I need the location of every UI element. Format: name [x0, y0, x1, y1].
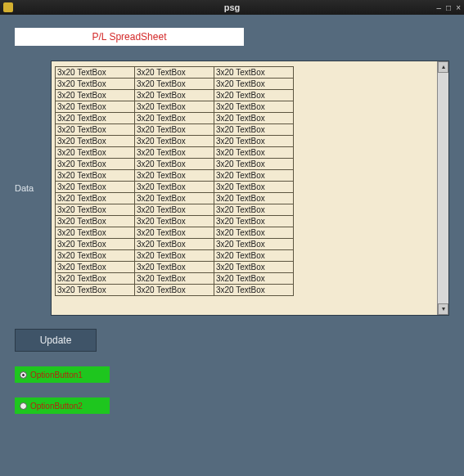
table-row — [56, 159, 294, 170]
grid-cell-input[interactable] — [214, 113, 293, 123]
grid-cell-input[interactable] — [214, 193, 293, 204]
grid-cell-input[interactable] — [135, 227, 214, 238]
grid-cell-input[interactable] — [56, 67, 134, 78]
grid-cell-input[interactable] — [56, 90, 134, 101]
radio-label: OptionButton1 — [30, 370, 83, 379]
grid-cell-input[interactable] — [135, 204, 214, 215]
grid-cell-input[interactable] — [214, 124, 293, 135]
grid-cell-input[interactable] — [135, 159, 214, 169]
grid-cell-input[interactable] — [214, 273, 293, 284]
table-row — [56, 239, 294, 250]
window-titlebar: psg – □ × — [0, 0, 464, 15]
data-section: Data ▴ ▾ — [15, 61, 449, 316]
grid-cell-input[interactable] — [135, 285, 214, 295]
grid-cell-input[interactable] — [135, 101, 214, 112]
grid-cell-input[interactable] — [56, 147, 134, 158]
table-row — [56, 79, 294, 90]
minimize-icon[interactable]: – — [437, 3, 442, 12]
grid-cell-input[interactable] — [135, 124, 214, 135]
grid-cell-input[interactable] — [56, 273, 134, 284]
table-row — [56, 193, 294, 204]
table-row — [56, 285, 294, 296]
table-row — [56, 170, 294, 182]
grid-cell-input[interactable] — [56, 285, 134, 295]
table-row — [56, 273, 294, 285]
grid-cell-input[interactable] — [214, 90, 293, 101]
grid-cell-input[interactable] — [56, 239, 134, 249]
table-row — [56, 250, 294, 262]
table-row — [56, 101, 294, 113]
grid-cell-input[interactable] — [214, 216, 293, 227]
grid-cell-input[interactable] — [56, 204, 134, 215]
grid-cell-input[interactable] — [56, 124, 134, 135]
grid-cell-input[interactable] — [56, 101, 134, 112]
window-content: P/L SpreadSheet Data ▴ ▾ Update OptionBu… — [0, 15, 464, 427]
grid-cell-input[interactable] — [56, 113, 134, 123]
grid-cell-input[interactable] — [135, 216, 214, 227]
grid-cell-input[interactable] — [135, 250, 214, 261]
maximize-icon[interactable]: □ — [446, 3, 451, 12]
grid-cell-input[interactable] — [135, 136, 214, 146]
table-row — [56, 204, 294, 216]
table-row — [56, 182, 294, 193]
scroll-down-icon[interactable]: ▾ — [438, 303, 448, 315]
grid-cell-input[interactable] — [135, 90, 214, 101]
grid-cell-input[interactable] — [56, 182, 134, 192]
sheet-title-text: P/L SpreadSheet — [92, 31, 167, 43]
grid-cell-input[interactable] — [214, 170, 293, 181]
window-title: psg — [0, 2, 464, 12]
sheet-title-field[interactable]: P/L SpreadSheet — [15, 28, 244, 46]
grid-cell-input[interactable] — [56, 170, 134, 181]
radio-option-2[interactable]: OptionButton2 — [15, 397, 110, 414]
scroll-track[interactable] — [438, 73, 448, 303]
data-grid — [55, 66, 294, 296]
grid-scroll-frame: ▴ ▾ — [51, 61, 449, 316]
grid-cell-input[interactable] — [135, 170, 214, 181]
grid-cell-input[interactable] — [214, 67, 293, 78]
radio-option-1[interactable]: OptionButton1 — [15, 366, 110, 383]
grid-cell-input[interactable] — [214, 79, 293, 89]
grid-cell-input[interactable] — [135, 113, 214, 123]
grid-cell-input[interactable] — [135, 273, 214, 284]
grid-cell-input[interactable] — [135, 239, 214, 249]
grid-cell-input[interactable] — [135, 67, 214, 78]
grid-cell-input[interactable] — [135, 182, 214, 192]
grid-cell-input[interactable] — [135, 147, 214, 158]
grid-cell-input[interactable] — [56, 79, 134, 89]
grid-cell-input[interactable] — [135, 79, 214, 89]
radio-group: OptionButton1OptionButton2 — [15, 366, 449, 414]
grid-cell-input[interactable] — [56, 216, 134, 227]
grid-cell-input[interactable] — [56, 193, 134, 204]
grid-cell-input[interactable] — [214, 101, 293, 112]
table-row — [56, 227, 294, 239]
grid-cell-input[interactable] — [135, 193, 214, 204]
grid-cell-input[interactable] — [214, 239, 293, 249]
table-row — [56, 216, 294, 227]
vertical-scrollbar[interactable]: ▴ ▾ — [437, 61, 448, 315]
grid-cell-input[interactable] — [214, 147, 293, 158]
grid-cell-input[interactable] — [56, 136, 134, 146]
grid-cell-input[interactable] — [56, 250, 134, 261]
table-row — [56, 262, 294, 273]
grid-cell-input[interactable] — [214, 159, 293, 169]
grid-cell-input[interactable] — [214, 250, 293, 261]
grid-cell-input[interactable] — [56, 227, 134, 238]
data-label: Data — [15, 183, 47, 193]
grid-cell-input[interactable] — [214, 227, 293, 238]
grid-cell-input[interactable] — [214, 204, 293, 215]
grid-cell-input[interactable] — [56, 159, 134, 169]
table-row — [56, 147, 294, 159]
table-row — [56, 67, 294, 79]
table-row — [56, 136, 294, 147]
grid-cell-input[interactable] — [214, 285, 293, 295]
grid-cell-input[interactable] — [214, 136, 293, 146]
close-icon[interactable]: × — [456, 3, 461, 12]
grid-cell-input[interactable] — [56, 262, 134, 272]
radio-icon — [20, 402, 27, 410]
update-button[interactable]: Update — [15, 329, 97, 352]
grid-cell-input[interactable] — [135, 262, 214, 272]
grid-cell-input[interactable] — [214, 182, 293, 192]
scroll-up-icon[interactable]: ▴ — [438, 61, 448, 73]
grid-cell-input[interactable] — [214, 262, 293, 272]
app-icon — [3, 2, 13, 12]
